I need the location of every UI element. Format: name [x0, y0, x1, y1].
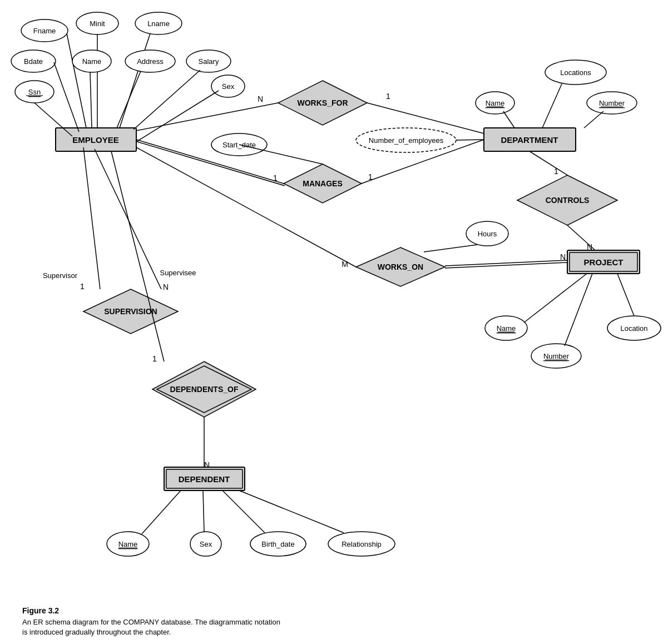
svg-line-62	[617, 274, 634, 316]
card-1-supervision: 1	[80, 282, 85, 291]
svg-line-42	[34, 103, 72, 136]
figure-caption: Figure 3.2 An ER schema diagram for the …	[11, 601, 345, 643]
svg-line-58	[524, 274, 587, 323]
svg-line-36	[90, 72, 92, 128]
fname-attr: Fname	[33, 27, 56, 35]
svg-line-32	[120, 33, 150, 128]
card-n-supervision: N	[163, 283, 169, 291]
relationship-attr: Relationship	[342, 540, 382, 548]
er-diagram: .entity-rect { fill: #d0d0d0; stroke: #0…	[0, 0, 668, 606]
dep-sex-attr: Sex	[200, 540, 212, 548]
project-entity: PROJECT	[584, 257, 624, 267]
card-1-controls: 1	[554, 167, 558, 176]
card-1-works-for: 1	[386, 92, 390, 101]
svg-line-38	[117, 71, 141, 128]
svg-line-54	[456, 140, 484, 140]
svg-line-60	[565, 274, 592, 346]
svg-line-21	[530, 151, 567, 175]
svg-line-28	[67, 33, 86, 128]
svg-line-66	[203, 491, 204, 532]
dependents-of-rel: DEPENDENTS_OF	[170, 385, 239, 394]
dependent-entity: DEPENDENT	[179, 474, 230, 484]
name-emp-attr: Name	[82, 57, 102, 66]
proj-name-attr: Name	[497, 324, 516, 333]
card-m-works-on: M	[342, 260, 348, 269]
proj-num-attr: Number	[543, 352, 570, 360]
svg-line-56	[424, 245, 477, 252]
dept-name-attr: Name	[486, 99, 505, 107]
svg-line-70	[239, 491, 344, 533]
minit-attr: Minit	[90, 19, 105, 28]
ssn-attr: Ssn	[28, 88, 41, 96]
sex-emp-attr: Sex	[222, 82, 235, 91]
svg-line-40	[133, 70, 200, 130]
num-employees-attr: Number_of_employees	[369, 136, 444, 145]
hours-attr: Hours	[478, 230, 497, 238]
works-on-rel: WORKS_ON	[378, 262, 423, 271]
svg-line-68	[222, 491, 265, 533]
address-attr: Address	[137, 57, 164, 66]
svg-line-23	[83, 147, 100, 289]
locations-attr: Locations	[560, 68, 591, 77]
salary-attr: Salary	[199, 57, 219, 66]
card-n-controls: N	[587, 242, 592, 251]
svg-line-13	[136, 103, 278, 131]
birth-date-attr: Birth_date	[261, 540, 294, 548]
dep-name-attr: Name	[118, 540, 138, 548]
supervisee-label: Supervisee	[160, 269, 196, 277]
lname-attr: Lname	[147, 19, 170, 28]
card-1-manages-emp: 1	[273, 174, 278, 182]
caption-title: Figure 3.2	[22, 606, 334, 615]
card-1-dependents-of: 1	[152, 354, 157, 363]
card-1-manages-dept: 1	[368, 172, 373, 181]
manages-rel: MANAGES	[303, 179, 343, 188]
svg-line-64	[142, 491, 181, 534]
employee-entity: EMPLOYEE	[72, 135, 118, 145]
svg-line-52	[584, 111, 603, 128]
works-for-rel: WORKS_FOR	[298, 98, 348, 107]
supervisor-label: Supervisor	[43, 271, 78, 280]
controls-rel: CONTROLS	[546, 196, 590, 205]
card-n-dependents-of: N	[204, 460, 210, 469]
caption-line2: is introduced gradually throughout the c…	[22, 628, 171, 636]
caption-line1: An ER schema diagram for the COMPANY dat…	[22, 618, 280, 626]
supervision-rel: SUPERVISION	[104, 307, 157, 316]
svg-line-50	[503, 111, 514, 128]
card-n-works-on-proj: N	[560, 252, 566, 261]
proj-location-attr: Location	[620, 324, 647, 333]
card-n-works-for: N	[258, 95, 263, 103]
dept-number-attr: Number	[599, 99, 625, 107]
svg-line-48	[542, 84, 562, 128]
bdate-attr: Bdate	[24, 57, 43, 66]
department-entity: DEPARTMENT	[501, 135, 558, 145]
